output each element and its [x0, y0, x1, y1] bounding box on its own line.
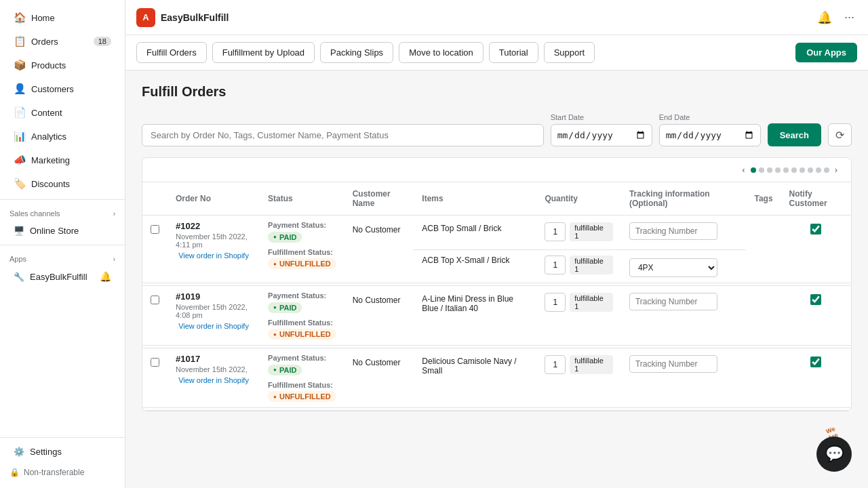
- refresh-button[interactable]: ⟳: [828, 123, 852, 146]
- view-order-link-1022[interactable]: View order in Shopify: [176, 251, 252, 260]
- tracking-input-1022-0[interactable]: [629, 222, 717, 240]
- sidebar-label-home: Home: [31, 13, 55, 23]
- pagination-dot-7[interactable]: [800, 167, 805, 173]
- unfulfilled-badge-1022: UNFULFILLED: [268, 258, 336, 269]
- bell-icon-app[interactable]: 🔔: [100, 271, 111, 282]
- view-order-link-1019[interactable]: View order in Shopify: [176, 322, 252, 330]
- sidebar-label-orders: Orders: [31, 37, 58, 47]
- start-date-input[interactable]: [551, 124, 652, 146]
- unfulfilled-badge-1017: UNFULFILLED: [268, 391, 336, 402]
- sidebar-item-home[interactable]: 🏠 Home: [4, 6, 121, 29]
- nav-tab-fulfillment-by-upload[interactable]: Fulfillment by Upload: [212, 42, 315, 63]
- sidebar-item-content[interactable]: 📄 Content: [4, 101, 121, 124]
- sidebar-label-customers: Customers: [31, 84, 74, 94]
- customer-name-1017: No Customer: [353, 358, 401, 367]
- pagination-dot-5[interactable]: [783, 167, 789, 173]
- nav-tab-support[interactable]: Support: [544, 42, 595, 63]
- filter-bar: Start Date End Date Search ⟳: [142, 113, 852, 146]
- order-date-1022: November 15th 2022, 4:11 pm: [176, 232, 252, 249]
- item-name-1022-1: ACB Top X-Small / Brick: [422, 256, 509, 265]
- sidebar-nav: 🏠 Home 📋 Orders 18 📦 Products 👤 Customer…: [0, 6, 125, 195]
- nav-tab-move-to-location[interactable]: Move to location: [399, 42, 484, 63]
- tracking-input-1017-0[interactable]: [629, 355, 717, 373]
- pagination-dot-6[interactable]: [791, 167, 797, 173]
- pagination-dot-10[interactable]: [824, 167, 829, 173]
- col-order-no: Order No: [167, 182, 260, 216]
- customers-icon: 👤: [14, 83, 26, 95]
- sidebar-item-online-store[interactable]: 🖥️ Online Store: [4, 221, 121, 241]
- sidebar-label-discounts: Discounts: [31, 179, 70, 189]
- notify-checkbox-1019[interactable]: [810, 294, 821, 305]
- order-date-1019: November 15th 2022, 4:08 pm: [176, 303, 252, 319]
- search-button[interactable]: Search: [768, 123, 821, 146]
- non-transferable-item[interactable]: 🔒 Non-transferable: [0, 462, 125, 483]
- sidebar-label-content: Content: [31, 108, 62, 118]
- order-number-1017: #1017: [176, 354, 252, 364]
- table-row: #1019 November 15th 2022, 4:08 pm View o…: [142, 286, 851, 346]
- notify-checkbox-1022[interactable]: [810, 224, 821, 235]
- app-name: EasyBulkFulfill: [161, 12, 229, 23]
- pagination-dot-3[interactable]: [767, 167, 772, 173]
- carrier-select-1022-1[interactable]: 4PXDHLFedExUPS: [629, 258, 717, 277]
- fulfillable-1019-0: fulfillable 1: [570, 293, 613, 312]
- col-tags: Tags: [746, 182, 781, 216]
- search-input[interactable]: [142, 124, 544, 146]
- sidebar-item-marketing[interactable]: 📣 Marketing: [4, 148, 121, 171]
- pagination-dot-9[interactable]: [816, 167, 821, 173]
- sidebar-item-easybulkfulfill[interactable]: 🔧 EasyBulkFulfill 🔔: [4, 266, 121, 287]
- fulfillable-1022-1: fulfillable 1: [570, 256, 613, 274]
- fulfillment-label-1017: Fulfillment Status:: [268, 381, 336, 389]
- nav-tab-fulfill-orders[interactable]: Fulfill Orders: [136, 42, 207, 63]
- marketing-icon: 📣: [14, 154, 26, 166]
- order-checkbox-1019[interactable]: [151, 296, 159, 304]
- fulfillable-1022-0: fulfillable 1: [570, 222, 613, 241]
- search-wrap: [142, 124, 544, 146]
- app-logo: A EasyBulkFulfill: [136, 8, 229, 27]
- table-row: #1022 November 15th 2022, 4:11 pm View o…: [142, 216, 851, 250]
- sidebar-item-settings[interactable]: ⚙️ Settings: [4, 442, 121, 462]
- tracking-input-1019-0[interactable]: [629, 293, 717, 310]
- topbar-more-icon[interactable]: ···: [842, 7, 857, 27]
- apps-arrow[interactable]: ›: [113, 256, 115, 263]
- topbar-bell-icon[interactable]: 🔔: [814, 7, 835, 28]
- nav-tab-tutorial[interactable]: Tutorial: [489, 42, 538, 63]
- col-quantity: Quantity: [536, 182, 621, 216]
- sales-channels-section: Sales channels ›: [0, 204, 125, 220]
- qty-box-1019-0: 1: [545, 293, 566, 312]
- pagination-dot-2[interactable]: [759, 167, 764, 173]
- order-checkbox-1017[interactable]: [151, 358, 159, 367]
- notify-checkbox-1017[interactable]: [810, 357, 821, 367]
- nav-tab-packing-slips[interactable]: Packing Slips: [320, 42, 393, 63]
- sidebar-item-orders[interactable]: 📋 Orders 18: [4, 30, 121, 53]
- topbar: A EasyBulkFulfill 🔔 ···: [125, 0, 868, 35]
- online-store-icon: 🖥️: [14, 226, 24, 236]
- sidebar-item-products[interactable]: 📦 Products: [4, 54, 121, 77]
- sidebar-item-analytics[interactable]: 📊 Analytics: [4, 125, 121, 148]
- pagination-dot-1[interactable]: [751, 167, 756, 173]
- pagination-next[interactable]: ›: [832, 163, 840, 176]
- order-checkbox-1022[interactable]: [151, 225, 159, 234]
- pagination-prev[interactable]: ‹: [739, 163, 747, 176]
- our-apps-button[interactable]: Our Apps: [795, 43, 857, 62]
- end-date-input[interactable]: [659, 124, 761, 146]
- sales-channels-arrow[interactable]: ›: [113, 210, 115, 218]
- payment-status-label-1022: Payment Status:: [268, 221, 336, 229]
- chat-bubble[interactable]: 💬: [816, 436, 852, 472]
- pagination-dot-4[interactable]: [775, 167, 781, 173]
- col-status: Status: [260, 182, 344, 216]
- end-date-wrap: End Date: [659, 113, 761, 146]
- paid-badge-1017: PAID: [268, 365, 302, 375]
- view-order-link-1017[interactable]: View order in Shopify: [176, 376, 252, 384]
- orders-table: Order No Status Customer Name Items Quan…: [142, 182, 851, 411]
- pagination-dot-8[interactable]: [808, 167, 813, 173]
- apps-section: Apps ›: [0, 249, 125, 266]
- sidebar-item-customers[interactable]: 👤 Customers: [4, 77, 121, 100]
- sidebar-item-discounts[interactable]: 🏷️ Discounts: [4, 172, 121, 195]
- item-name-1019-0: A-Line Mini Dress in Blue Blue / Italian…: [422, 294, 513, 313]
- orders-table-card: ‹ › Order No Status: [142, 157, 852, 411]
- customer-name-1022: No Customer: [353, 225, 401, 235]
- discounts-icon: 🏷️: [14, 178, 26, 190]
- col-tracking: Tracking information (Optional): [621, 182, 747, 216]
- item-name-1017-0: Delicious Camisole Navy / Small: [422, 357, 516, 375]
- pagination-bar: ‹ ›: [142, 158, 851, 182]
